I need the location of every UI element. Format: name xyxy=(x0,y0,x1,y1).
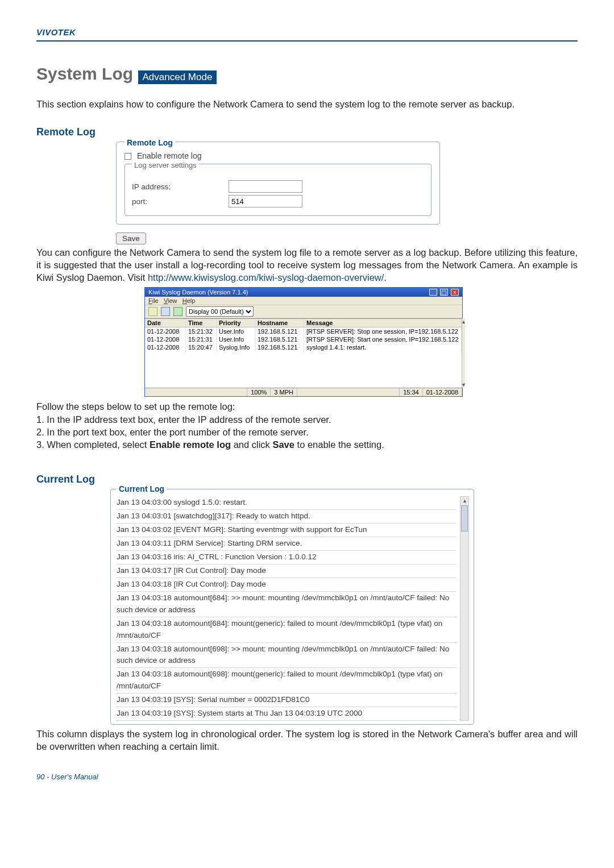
page-footer: 90 - User's Manual xyxy=(36,773,578,781)
scroll-up-icon[interactable]: ▴ xyxy=(462,318,465,325)
log-line: Jan 13 04:03:16 iris: AI_CTRL : Function… xyxy=(117,551,457,564)
kiwi-scrollbar[interactable]: ▴ ▾ xyxy=(462,318,465,388)
port-label: port: xyxy=(132,197,229,206)
col-time: Time xyxy=(186,319,217,327)
mode-badge: Advanced Mode xyxy=(138,70,217,84)
log-line: Jan 13 04:03:19 [SYS]: Serial number = 0… xyxy=(117,693,457,707)
col-date: Date xyxy=(145,319,186,327)
remote-log-heading: Remote Log xyxy=(36,126,578,138)
current-log-scrollbar[interactable]: ▴ xyxy=(460,496,469,721)
log-line: Jan 13 04:03:18 [IR Cut Control]: Day mo… xyxy=(117,578,457,592)
log-line: Jan 13 04:03:18 automount[698]: mount(ge… xyxy=(117,668,457,693)
footer-paragraph: This column displays the system log in c… xyxy=(36,728,578,753)
col-priority: Priority xyxy=(217,319,255,327)
col-hostname: Hostname xyxy=(255,319,304,327)
ip-address-label: IP address: xyxy=(132,182,229,191)
config-text-2: . xyxy=(384,272,387,283)
follow-lead: Follow the steps below to set up the rem… xyxy=(36,400,578,413)
log-line: Jan 13 04:03:02 [EVENT MGR]: Starting ev… xyxy=(117,524,457,537)
table-row: 01-12-2008 15:21:32 User.Info 192.168.5.… xyxy=(145,327,462,335)
current-log-heading: Current Log xyxy=(36,474,578,485)
enable-remote-log-label: Enable remote log xyxy=(137,151,202,160)
log-server-settings-fieldset: Log server settings IP address: port: xyxy=(125,164,432,216)
header-rule xyxy=(36,40,578,41)
page-title: System Log xyxy=(36,64,133,83)
status-pct: 100% xyxy=(247,388,271,396)
menu-help[interactable]: Help xyxy=(182,297,196,304)
status-mph: 3 MPH xyxy=(271,388,297,396)
scroll-down-icon[interactable]: ▾ xyxy=(462,381,465,388)
maximize-icon[interactable]: ▢ xyxy=(440,289,448,296)
follow-step-1: 1. In the IP address text box, enter the… xyxy=(36,413,578,426)
config-paragraph: You can configure the Network Camera to … xyxy=(36,247,578,284)
close-icon[interactable]: × xyxy=(451,289,459,296)
kiwi-menu-bar: FFileile View Help xyxy=(145,297,462,305)
log-line: Jan 13 04:03:18 automount[698]: >> mount… xyxy=(117,643,457,668)
toolbar-icon-1[interactable] xyxy=(148,307,157,316)
save-button[interactable]: Save xyxy=(116,232,146,244)
log-line: Jan 13 04:03:17 [IR Cut Control]: Day mo… xyxy=(117,564,457,578)
log-line: Jan 13 04:03:18 automount[684]: >> mount… xyxy=(117,592,457,617)
table-row: 01-12-2008 15:20:47 Syslog.Info 192.168.… xyxy=(145,343,462,351)
minimize-icon[interactable]: _ xyxy=(429,289,437,296)
col-message: Message xyxy=(304,319,462,327)
log-line: Jan 13 04:03:18 automount[684]: mount(ge… xyxy=(117,617,457,643)
log-line: Jan 13 04:03:11 [DRM Service]: Starting … xyxy=(117,537,457,551)
scroll-thumb[interactable] xyxy=(461,505,468,531)
current-log-panel: Current Log Jan 13 04:03:00 syslogd 1.5.… xyxy=(110,489,474,725)
kiwi-link[interactable]: http://www.kiwisyslog.com/kiwi-syslog-da… xyxy=(148,272,384,283)
remote-log-legend: Remote Log xyxy=(125,138,175,147)
toolbar-icon-3[interactable] xyxy=(173,307,182,316)
log-line: Jan 13 04:03:01 [swatchdog][317]: Ready … xyxy=(117,510,457,524)
log-line: Jan 13 04:03:19 [SYS]: System starts at … xyxy=(117,707,457,721)
kiwi-log-table: Date Time Priority Hostname Message 01-1… xyxy=(145,318,462,388)
kiwi-window-title: Kiwi Syslog Daemon (Version 7.1.4) xyxy=(148,289,248,296)
log-server-settings-legend: Log server settings xyxy=(132,161,199,169)
current-log-legend: Current Log xyxy=(117,484,167,493)
remote-log-fieldset: Remote Log Enable remote log Log server … xyxy=(116,142,440,225)
intro-paragraph: This section explains how to configure t… xyxy=(36,98,578,110)
menu-view[interactable]: View xyxy=(164,297,177,304)
follow-step-2: 2. In the port text box, enter the port … xyxy=(36,426,578,438)
display-select[interactable]: Display 00 (Default) xyxy=(186,306,254,317)
log-line: Jan 13 04:03:00 syslogd 1.5.0: restart. xyxy=(117,496,457,510)
port-input[interactable] xyxy=(229,195,302,207)
enable-remote-log-checkbox[interactable] xyxy=(125,153,131,160)
follow-step-3: 3. When completed, select Enable remote … xyxy=(36,438,578,451)
status-date: 01-12-2008 xyxy=(423,388,462,396)
brand-label: VIVOTEK xyxy=(36,27,578,37)
menu-file[interactable]: FFileile xyxy=(148,297,159,304)
toolbar-icon-2[interactable] xyxy=(161,307,170,316)
kiwi-window: Kiwi Syslog Daemon (Version 7.1.4) _ ▢ ×… xyxy=(144,287,463,397)
table-row: 01-12-2008 15:21:31 User.Info 192.168.5.… xyxy=(145,335,462,343)
ip-address-input[interactable] xyxy=(229,180,302,193)
status-time: 15:34 xyxy=(400,388,423,396)
scroll-up-icon[interactable]: ▴ xyxy=(463,497,466,504)
